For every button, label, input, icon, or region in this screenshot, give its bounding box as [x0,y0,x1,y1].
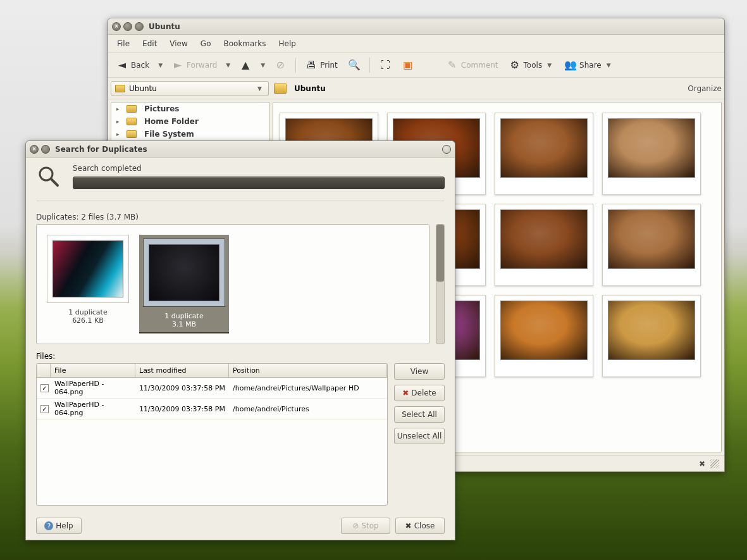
back-dropdown[interactable]: ▼ [156,62,165,68]
duplicate-caption: 1 duplicate [47,308,129,316]
thumbnail-image [500,301,588,360]
forward-dropdown[interactable]: ▼ [223,62,233,68]
thumbnail-image [500,209,588,269]
arrow-up-icon: ▲ [239,59,252,72]
sidebar-item-home[interactable]: ▸Home Folder [111,115,269,128]
table-row[interactable]: ✓WallPaperHD - 064.png11/30/2009 03:37:5… [37,399,387,420]
expand-icon: ▸ [116,131,123,137]
menu-edit[interactable]: Edit [136,37,163,51]
table-header: File Last modified Position [37,364,387,378]
duplicates-list: 1 duplicate 626.1 KB 1 duplicate 3.1 MB [36,224,429,344]
fullscreen-button[interactable]: ⛶ [375,56,395,74]
search-icon: 🔍 [348,59,361,72]
comment-button[interactable]: ✎ Comment [442,56,502,74]
dialog-minimize-button[interactable] [41,145,50,154]
menu-view[interactable]: View [163,37,194,51]
select-all-button[interactable]: Select All [394,406,445,423]
thumbnail-item[interactable] [602,204,701,286]
duplicate-item[interactable]: 1 duplicate 3.1 MB [139,235,229,333]
arrow-left-icon: ◄ [116,59,128,72]
folder-icon [115,85,125,92]
sidebar-item-label: Pictures [144,104,180,113]
thumbnail-image [608,209,695,269]
sidebar-item-label: Home Folder [144,117,199,126]
close-button[interactable]: ✖Close [395,518,445,534]
duplicate-size: 626.1 KB [47,316,129,325]
organize-link[interactable]: Organize [688,84,722,93]
toolbar: ◄ Back ▼ ► Forward ▼ ▲ ▼ ⊘ 🖶 Print 🔍 ⛶ ▣… [108,53,724,78]
slideshow-icon: ▣ [402,59,414,72]
dialog-close-button[interactable]: × [30,145,39,154]
thumbnail-item[interactable] [602,113,701,195]
thumbnail-item[interactable] [495,295,593,377]
menu-file[interactable]: File [111,37,136,51]
row-checkbox[interactable]: ✓ [40,384,49,392]
print-icon: 🖶 [305,59,318,72]
back-button[interactable]: ◄ Back [112,56,153,74]
thumbnail-image [608,118,695,178]
cell-position: /home/andrei/Pictures [229,403,387,415]
col-file[interactable]: File [51,364,135,377]
duplicate-item[interactable]: 1 duplicate 626.1 KB [47,235,129,333]
duplicate-size: 3.1 MB [143,320,225,328]
folder-icon [274,84,287,94]
arrow-right-icon: ► [171,59,184,72]
thumbnail-item[interactable] [602,295,701,377]
tools-button[interactable]: ⚙ Tools ▼ [505,56,558,74]
breadcrumb-text: Ubuntu [294,84,326,93]
tools-dropdown-icon: ▼ [545,62,554,68]
stop-icon: ⊘ [274,59,287,72]
delete-button[interactable]: ✖Delete [394,385,445,401]
thumbnail-item[interactable] [495,113,593,195]
duplicate-thumbnail [47,235,129,303]
up-button[interactable]: ▲ [235,56,256,74]
menu-help[interactable]: Help [273,37,302,51]
progress-label: Search completed [73,164,445,173]
svg-line-1 [51,179,58,185]
dialog-title: Search for Duplicates [55,145,147,154]
main-titlebar[interactable]: × Ubuntu [108,18,724,35]
duplicate-thumbnail [143,239,225,307]
help-icon: ? [44,521,53,530]
share-button[interactable]: 👥 Share ▼ [560,56,617,74]
dialog-titlebar[interactable]: × Search for Duplicates [26,141,455,158]
menu-go[interactable]: Go [194,37,218,51]
search-button[interactable]: 🔍 [344,56,364,74]
sidebar-item-pictures[interactable]: ▸Pictures [111,103,269,115]
help-button[interactable]: ?Help [36,518,82,534]
forward-button[interactable]: ► Forward [168,56,221,74]
duplicate-caption: 1 duplicate [143,312,225,320]
dialog-aux-button[interactable] [442,145,451,154]
thumbnail-image [608,301,695,360]
unselect-all-button[interactable]: Unselect All [394,428,445,444]
breadcrumb[interactable]: Ubuntu [274,84,326,94]
view-button[interactable]: View [394,363,445,380]
col-position[interactable]: Position [229,364,387,377]
col-modified[interactable]: Last modified [135,364,229,377]
sidebar-item-filesystem[interactable]: ▸File System [111,128,269,140]
minimize-window-button[interactable] [123,22,132,31]
table-row[interactable]: ✓WallPaperHD - 064.png11/30/2009 03:37:5… [37,378,387,399]
duplicates-scrollbar[interactable] [436,224,445,344]
stop-icon: ⊘ [352,521,359,530]
slideshow-button[interactable]: ▣ [398,56,418,74]
stop-nav-button[interactable]: ⊘ [270,56,290,74]
print-button[interactable]: 🖶 Print [301,56,342,74]
forward-label: Forward [187,61,217,70]
close-window-button[interactable]: × [112,22,121,31]
menu-bookmarks[interactable]: Bookmarks [217,37,272,51]
resize-grip[interactable] [710,459,719,468]
up-dropdown[interactable]: ▼ [258,62,268,68]
folder-icon [127,118,137,125]
cell-modified: 11/30/2009 03:37:58 PM [135,382,229,394]
comment-label: Comment [461,61,498,70]
share-label: Share [579,61,602,70]
close-panel-icon[interactable]: ✖ [699,459,705,468]
row-checkbox[interactable]: ✓ [40,405,49,413]
duplicates-summary: Duplicates: 2 files (3.7 MB) [36,213,445,221]
maximize-window-button[interactable] [135,22,144,31]
folder-icon [127,105,137,113]
thumbnail-item[interactable] [495,204,593,286]
folder-icon [127,130,137,138]
location-combo[interactable]: Ubuntu ▼ [111,81,269,96]
